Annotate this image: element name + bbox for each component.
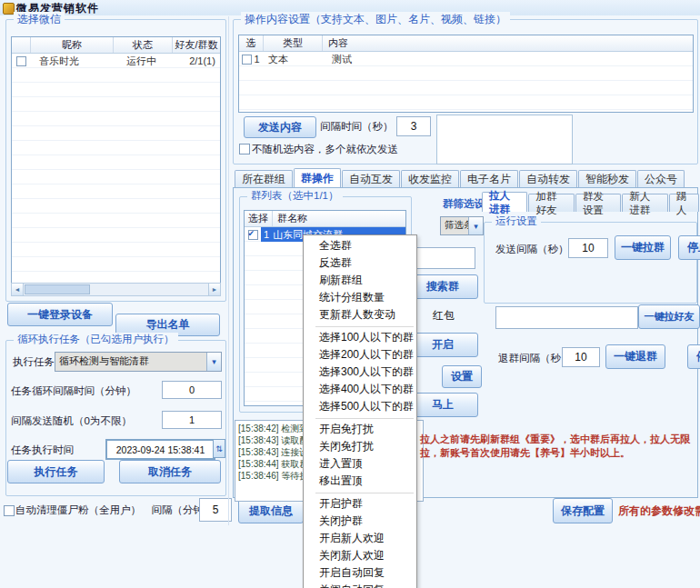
sub-tab-strip: 拉人进群 加群好友 群发设置 新人进群 踢人: [482, 193, 700, 212]
subtab-newcomer[interactable]: 新人进群: [622, 194, 667, 212]
send-gap-input[interactable]: 10: [568, 238, 608, 258]
menu-item-unpin[interactable]: 移出置顶: [304, 473, 416, 490]
extract-info-button[interactable]: 提取信息: [238, 498, 304, 523]
menu-item-guard-off[interactable]: 关闭护群: [304, 513, 416, 530]
group-table-header: 选择 群名称: [245, 211, 405, 227]
wechat-account-table: 昵称 状态 好友/群数 音乐时光 运行中 2/1(1): [11, 36, 221, 284]
group-filter-value: 筛选条件: [441, 217, 468, 234]
middle-search-input[interactable]: [414, 247, 475, 269]
up-button[interactable]: 马上: [407, 393, 478, 417]
content-row[interactable]: 1 文本 测试: [239, 52, 693, 66]
friend-keyword-input[interactable]: [495, 306, 638, 329]
tab-groups[interactable]: 所在群组: [235, 170, 293, 188]
tab-card[interactable]: 电子名片: [460, 170, 518, 188]
send-gap-label: 发送间隔（秒）: [495, 243, 569, 256]
search-group-button[interactable]: 搜索群: [407, 274, 478, 299]
tip-text: 拉人之前请先刷新群组《重要》，选中群后再拉人，拉人无限拉，新账号首次使用请先【养…: [420, 433, 695, 460]
pull-group-button[interactable]: 一键拉群: [615, 235, 671, 260]
menu-item-refresh-groups[interactable]: 刷新群组: [304, 272, 416, 289]
scroll-right-icon[interactable]: ►: [208, 284, 220, 295]
tab-auto-forward[interactable]: 自动转发: [519, 170, 577, 188]
col-group-name: 群名称: [273, 211, 405, 226]
tab-auto-send[interactable]: 自动互发: [342, 170, 400, 188]
open-button[interactable]: 开启: [407, 333, 478, 357]
wechat-table-hscrollbar[interactable]: ◄ ►: [11, 283, 221, 296]
task-time-picker[interactable]: 2023-09-24 15:38:41: [105, 439, 215, 460]
task-type-select[interactable]: 循环检测与智能清群 ▾: [55, 352, 222, 372]
menu-item-select-under-300[interactable]: 选择300人以下的群: [304, 364, 416, 381]
content-row-type: 文本: [263, 53, 326, 66]
wechat-table-body: 音乐时光 运行中 2/1(1): [12, 54, 220, 282]
application-window: 微易发营销软件 选择微信 昵称 状态 好友/群数 音乐时光 运行中 2/1(1)…: [0, 0, 700, 588]
tab-official-account[interactable]: 公众号: [637, 170, 685, 188]
chevron-down-icon[interactable]: ▾: [206, 353, 221, 371]
menu-item-autoreply-off[interactable]: 关闭自动回复: [304, 582, 416, 588]
subtab-pull-in[interactable]: 拉人进群: [482, 192, 527, 212]
set-button[interactable]: 设置: [442, 365, 482, 388]
task-delay-input[interactable]: 1: [162, 411, 222, 429]
group-row-num: 1: [264, 229, 269, 240]
wechat-account-row[interactable]: 音乐时光 运行中 2/1(1): [12, 54, 220, 68]
group-filter-select[interactable]: 筛选条件 ▾: [440, 216, 484, 235]
panel-splitter: [228, 16, 229, 525]
tab-group-ops[interactable]: 群操作: [294, 168, 341, 188]
menu-item-mute-off[interactable]: 关闭免打扰: [304, 438, 416, 455]
col-status: 状态: [114, 37, 173, 53]
send-content-button[interactable]: 发送内容: [244, 116, 316, 138]
menu-item-invert-select[interactable]: 反选群: [304, 254, 416, 272]
menu-item-update-member-count[interactable]: 更新群人数变动: [304, 306, 416, 324]
menu-item-autoreply-on[interactable]: 开启自动回复: [304, 564, 416, 582]
red-packet-label: 红包: [433, 308, 455, 324]
gap-time-input[interactable]: 3: [396, 116, 431, 136]
subtab-send-setting[interactable]: 群发设置: [575, 194, 621, 212]
run-settings-groupbox: 运行设置: [484, 222, 697, 304]
menu-item-count-groups[interactable]: 统计分组数量: [304, 289, 416, 306]
save-config-button[interactable]: 保存配置: [553, 498, 613, 523]
auto-clean-checkbox[interactable]: [4, 505, 15, 516]
scroll-thumb[interactable]: [25, 284, 90, 294]
time-updown-icon[interactable]: ⇅: [213, 439, 225, 458]
menu-item-pin[interactable]: 进入置顶: [304, 455, 416, 473]
order-checkbox[interactable]: [239, 144, 250, 154]
menu-item-select-all[interactable]: 全选群: [304, 237, 416, 254]
quit-gap-input[interactable]: 10: [562, 347, 600, 367]
auto-clean-interval-input[interactable]: 5: [199, 498, 232, 522]
restart-warning-text: 所有的参数修改需要重启软件: [618, 503, 700, 519]
menu-separator: [315, 326, 414, 327]
content-preview-panel: [436, 115, 573, 164]
loop-task-label: 循环执行任务（已勾选用户执行）: [14, 333, 178, 346]
account-status: 运行中: [121, 55, 185, 68]
stop-quit-button[interactable]: 停止: [687, 344, 700, 369]
menu-item-select-under-200[interactable]: 选择200人以下的群: [304, 346, 416, 364]
tab-monitor[interactable]: 收发监控: [401, 170, 459, 188]
menu-item-welcome-on[interactable]: 开启新人欢迎: [304, 530, 416, 547]
menu-item-select-under-500[interactable]: 选择500人以下的群: [304, 398, 416, 415]
task-interval-input[interactable]: 0: [162, 381, 222, 399]
quit-group-button[interactable]: 一键退群: [605, 344, 665, 369]
subtab-kick[interactable]: 踢人: [669, 194, 699, 212]
quit-gap-label: 退群间隔（秒）: [498, 352, 572, 365]
pull-friend-button[interactable]: 一键拉好友: [638, 304, 700, 329]
col-select: 选: [239, 35, 264, 51]
menu-item-welcome-off[interactable]: 关闭新人欢迎: [304, 547, 416, 564]
tab-fast-send[interactable]: 智能秒发: [578, 170, 636, 188]
run-task-button[interactable]: 执行任务: [7, 460, 105, 483]
menu-item-guard-on[interactable]: 开启护群: [304, 495, 416, 513]
login-devices-button[interactable]: 一键登录设备: [7, 303, 113, 326]
account-checkbox[interactable]: [16, 56, 26, 66]
cancel-task-button[interactable]: 取消任务: [119, 460, 221, 483]
menu-separator: [315, 493, 414, 493]
menu-item-select-under-400[interactable]: 选择400人以下的群: [304, 381, 416, 398]
task-delay-label: 间隔发送随机（0为不限）: [11, 414, 132, 428]
check-icon: ✔: [248, 230, 257, 238]
scroll-left-icon[interactable]: ◄: [12, 284, 24, 295]
group-row-checkbox[interactable]: ✔: [248, 230, 258, 240]
menu-item-select-under-100[interactable]: 选择100人以下的群: [304, 329, 416, 346]
content-row-checkbox[interactable]: [242, 55, 252, 65]
run-settings-label: 运行设置: [492, 214, 541, 228]
account-ratio: 2/1(1): [185, 55, 220, 66]
stop-pull-button[interactable]: 停止: [678, 235, 700, 260]
subtab-add-friend[interactable]: 加群好友: [528, 194, 574, 212]
chevron-down-icon[interactable]: ▾: [468, 217, 483, 234]
menu-item-mute-on[interactable]: 开启免打扰: [304, 421, 416, 438]
